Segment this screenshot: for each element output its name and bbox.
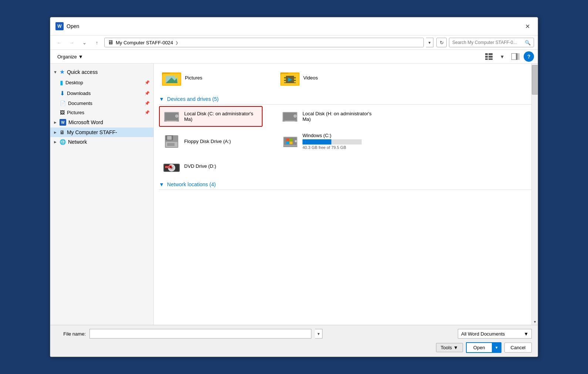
drive-dvd-d[interactable]: DVD DVD Drive (D:) (159, 156, 263, 176)
scrollbar-thumb[interactable] (532, 65, 538, 95)
videos-folder[interactable]: Videos (277, 67, 381, 88)
sidebar-network-header[interactable]: ► 🌐 Network (50, 137, 153, 147)
drive-floppy-icon (163, 134, 180, 149)
drive-windows-c-info: Windows (C:) 40.3 GB free of 79.5 GB (303, 133, 362, 150)
documents-pin-icon: 📌 (145, 101, 150, 106)
svg-rect-4 (485, 58, 488, 60)
sidebar-my-computer-header[interactable]: ► 🖥 My Computer STAFF- (50, 127, 153, 137)
toolbar: Organize ▼ ▼ ? (50, 50, 538, 64)
search-input[interactable] (452, 40, 523, 45)
help-button[interactable]: ? (524, 51, 534, 62)
recent-locations-button[interactable]: ⌄ (79, 38, 89, 47)
drive-local-h[interactable]: Local Disk (H: on administrator's Ma) (277, 106, 381, 127)
view-options-button[interactable] (484, 52, 494, 61)
cancel-button[interactable]: Cancel (504, 343, 532, 353)
address-dropdown-button[interactable]: ▼ (426, 38, 433, 47)
devices-chevron-icon: ▼ (159, 96, 164, 102)
downloads-label: Downloads (67, 91, 91, 96)
downloads-pin-icon: 📌 (145, 91, 150, 96)
sidebar-item-downloads[interactable]: ⬇ Downloads 📌 (56, 88, 153, 99)
tools-chevron-icon: ▼ (453, 345, 458, 350)
file-browser: Pictures (154, 64, 538, 325)
computer-path-icon: 🖥 (108, 39, 114, 46)
sidebar-item-desktop[interactable]: ▮ Desktop 📌 (56, 77, 153, 88)
drive-dvd-info: DVD Drive (D:) (184, 163, 216, 169)
my-computer-label: My Computer STAFF- (67, 129, 117, 135)
drive-local-c-label: Local Disk (C: on administrator's Ma) (184, 111, 259, 122)
address-path[interactable]: 🖥 My Computer STAFF-0024 ❯ (104, 38, 424, 47)
filename-input-wrapper (89, 329, 311, 339)
drive-local-h-info: Local Disk (H: on administrator's Ma) (303, 111, 377, 122)
drive-local-c-info: Local Disk (C: on administrator's Ma) (184, 111, 259, 122)
drive-floppy-a[interactable]: Floppy Disk Drive (A:) (159, 130, 263, 153)
back-button[interactable]: ← (54, 38, 64, 47)
pictures-folder-icon (162, 69, 181, 86)
view-icon (485, 53, 493, 60)
drives-row-2: Floppy Disk Drive (A:) (159, 130, 533, 153)
svg-rect-49 (283, 146, 297, 147)
sidebar-quick-access-header[interactable]: ▼ ★ Quick access (50, 67, 153, 77)
windows-c-progress-bar (303, 139, 362, 144)
filename-dropdown-button[interactable]: ▼ (315, 329, 322, 339)
sidebar-item-pictures[interactable]: 🖼 Pictures 📌 (56, 108, 153, 117)
svg-rect-6 (511, 53, 516, 60)
preview-pane-button[interactable] (510, 52, 521, 61)
devices-section-header[interactable]: ▼ Devices and drives (5) (159, 94, 533, 105)
computer-icon: 🖥 (60, 129, 65, 135)
drive-floppy-info: Floppy Disk Drive (A:) (184, 139, 231, 144)
search-icon: 🔍 (525, 40, 531, 45)
tools-button[interactable]: Tools ▼ (436, 343, 463, 352)
svg-rect-24 (294, 81, 296, 82)
svg-rect-29 (166, 121, 177, 122)
sidebar-item-documents[interactable]: 📄 Documents 📌 (56, 99, 153, 108)
organize-button[interactable]: Organize ▼ (54, 52, 87, 61)
scroll-down-button[interactable]: ▼ (532, 319, 538, 325)
desktop-label: Desktop (65, 80, 83, 85)
refresh-button[interactable]: ↻ (436, 38, 447, 47)
svg-rect-1 (489, 53, 493, 55)
open-button-group: Open ▼ (466, 342, 501, 353)
drive-windows-c-label: Windows (C:) (303, 133, 362, 138)
open-dialog: W Open ✕ ← → ⌄ ↑ 🖥 My Computer STAFF-002… (50, 17, 538, 357)
scrollbar-track: ▲ ▼ (531, 64, 538, 325)
open-dropdown-button[interactable]: ▼ (492, 342, 501, 353)
svg-text:DVD: DVD (165, 166, 170, 168)
open-button[interactable]: Open (466, 342, 492, 353)
pictures-label: Pictures (67, 110, 84, 115)
network-section-header[interactable]: ▼ Network locations (4) (159, 179, 533, 190)
pictures-icon: 🖼 (60, 110, 65, 115)
filename-input[interactable] (92, 331, 309, 337)
svg-rect-23 (294, 78, 296, 80)
pictures-pin-icon: 📌 (145, 110, 150, 115)
svg-rect-48 (290, 142, 293, 144)
videos-folder-icon (280, 69, 300, 86)
filetype-chevron-icon: ▼ (524, 331, 528, 337)
sidebar-microsoft-word-header[interactable]: ► W Microsoft Word (50, 117, 153, 127)
drive-local-c[interactable]: Local Disk (C: on administrator's Ma) (159, 106, 263, 127)
svg-point-31 (176, 115, 178, 117)
title-bar-left: W Open (55, 22, 79, 30)
drive-windows-c[interactable]: Windows (C:) 40.3 GB free of 79.5 GB (277, 130, 381, 153)
title-bar: W Open ✕ (50, 17, 538, 35)
dialog-title: Open (67, 23, 79, 29)
pictures-folder[interactable]: Pictures (159, 67, 263, 88)
folder-row: Pictures (159, 67, 533, 88)
forward-button[interactable]: → (67, 38, 77, 47)
view-dropdown-button[interactable]: ▼ (497, 52, 507, 61)
svg-rect-22 (294, 76, 296, 77)
address-chevron: ❯ (175, 41, 178, 45)
filetype-select[interactable]: All Word Documents ▼ (458, 329, 532, 339)
tools-label: Tools (441, 345, 452, 350)
svg-rect-5 (489, 58, 493, 60)
svg-rect-7 (517, 53, 520, 60)
organize-label: Organize (57, 54, 77, 59)
drive-dvd-label: DVD Drive (D:) (184, 163, 216, 169)
network-icon: 🌐 (60, 139, 66, 145)
quick-access-star-icon: ★ (60, 68, 65, 75)
close-button[interactable]: ✕ (522, 21, 533, 31)
up-button[interactable]: ↑ (92, 38, 102, 47)
svg-rect-3 (489, 56, 493, 58)
svg-rect-40 (167, 136, 172, 140)
network-chevron-icon: ► (53, 140, 57, 144)
network-label: Network (68, 139, 87, 145)
